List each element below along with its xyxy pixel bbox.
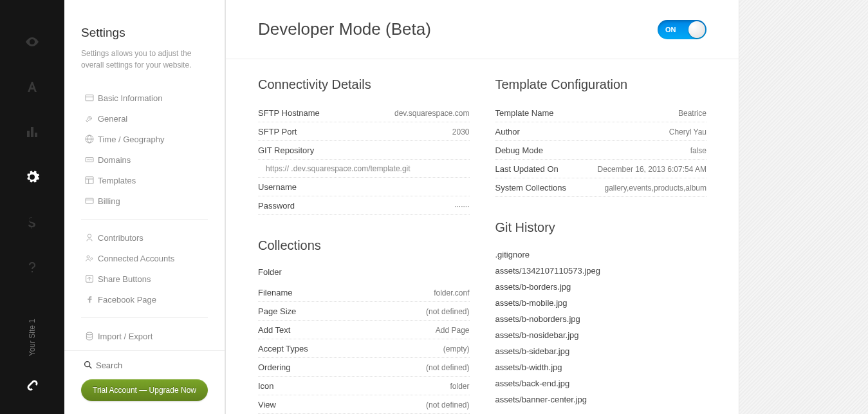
sidebar-item-label: Billing (98, 196, 120, 206)
row-view: View(not defined) (258, 395, 470, 414)
row-page-size: Page Size(not defined) (258, 302, 470, 321)
git-history-file[interactable]: assets/b-sidebar.jpg (495, 343, 707, 359)
www-icon: www (81, 155, 98, 165)
sidebar-item-label: Import / Export (98, 332, 152, 341)
sidebar-search[interactable] (64, 350, 225, 379)
rail-settings[interactable] (0, 155, 64, 200)
git-history-list: .gitignoreassets/1342107110573.jpegasset… (495, 247, 707, 408)
connectivity-title: Connectivity Details (258, 77, 470, 92)
rail-commerce[interactable] (0, 200, 64, 245)
git-history-file[interactable]: assets/b-width.jpg (495, 359, 707, 375)
sidebar-item-templates[interactable]: Templates (81, 170, 208, 191)
row-template-name: Template NameBeatrice (495, 104, 707, 122)
gear-icon (24, 169, 40, 185)
sidebar-item-label: Basic Information (98, 93, 162, 103)
share-icon (81, 274, 98, 284)
svg-point-13 (87, 256, 89, 258)
chart-bars-icon (24, 124, 40, 140)
rail-help[interactable] (0, 245, 64, 290)
svg-rect-0 (86, 95, 93, 100)
collections-title: Collections (258, 238, 470, 253)
squarespace-logo-icon (24, 377, 40, 393)
template-config-title: Template Configuration (495, 77, 707, 92)
sidebar-group-social: Contributors Connected Accounts Share Bu… (81, 223, 208, 314)
site-label[interactable]: Your Site 1 (28, 319, 37, 356)
row-sftp-port: SFTP Port 2030 (258, 122, 470, 141)
search-icon (81, 360, 96, 370)
developer-mode-toggle[interactable]: ON (658, 20, 706, 39)
row-debug-mode: Debug Modefalse (495, 141, 707, 160)
row-last-updated: Last Updated OnDecember 16, 2013 6:07:54… (495, 160, 707, 178)
sidebar-item-label: Connected Accounts (98, 254, 174, 263)
rail-style[interactable] (0, 64, 64, 109)
svg-point-17 (85, 362, 90, 367)
sidebar-item-billing[interactable]: Billing (81, 191, 208, 211)
sidebar-group-advanced: Import / Export Code Injection (81, 322, 208, 350)
toggle-knob (688, 21, 705, 38)
facebook-icon (81, 294, 98, 305)
row-sftp-hostname: SFTP Hostname dev.squarespace.com (258, 104, 470, 122)
row-author: AuthorCheryl Yau (495, 122, 707, 141)
git-history-file[interactable]: assets/b-mobile.jpg (495, 295, 707, 311)
card-icon (81, 93, 98, 103)
row-accept-types: Accept Types(empty) (258, 339, 470, 358)
sidebar-item-time-geography[interactable]: Time / Geography (81, 129, 208, 149)
sidebar-item-domains[interactable]: www Domains (81, 149, 208, 170)
eye-icon (24, 34, 40, 50)
developer-panel-header: Developer Mode (Beta) ON (226, 0, 739, 59)
row-git-repo-value: https:// .dev.squarespace.com/template.g… (258, 160, 470, 178)
rail-logo[interactable] (0, 362, 64, 408)
sidebar-description: Settings allows you to adjust the overal… (81, 40, 208, 84)
rail-preview[interactable] (0, 19, 64, 64)
git-history-file[interactable]: assets/b-nosidebar.jpg (495, 327, 707, 343)
sidebar-item-general[interactable]: General (81, 108, 208, 129)
svg-point-14 (91, 258, 93, 259)
divider (81, 317, 208, 318)
row-ordering: Ordering(not defined) (258, 358, 470, 377)
collections-section: Collections Folder Filenamefolder.conf P… (258, 238, 470, 414)
database-icon (81, 331, 98, 341)
git-history-section: Git History .gitignoreassets/13421071105… (495, 220, 707, 408)
credit-card-icon (81, 196, 98, 206)
row-system-collections: System Collectionsgallery,events,product… (495, 178, 707, 197)
svg-rect-10 (86, 198, 93, 203)
layout-icon (81, 175, 98, 185)
sidebar-item-connected-accounts[interactable]: Connected Accounts (81, 248, 208, 268)
git-history-file[interactable]: assets/banner-center.jpg (495, 391, 707, 408)
rail-analytics[interactable] (0, 109, 64, 155)
git-history-file[interactable]: assets/back-end.jpg (495, 375, 707, 391)
trial-upgrade-button[interactable]: Trial Account — Upgrade Now (81, 379, 208, 401)
row-add-text: Add TextAdd Page (258, 321, 470, 339)
row-filename: Filenamefolder.conf (258, 283, 470, 302)
right-background (739, 0, 868, 414)
row-password: Password ······· (258, 196, 470, 215)
sidebar-item-contributors[interactable]: Contributors (81, 227, 208, 248)
sidebar-group-site: Basic Information General Time / Geograp… (81, 84, 208, 215)
sidebar-item-share-buttons[interactable]: Share Buttons (81, 268, 208, 289)
svg-rect-7 (86, 177, 93, 184)
sidebar-item-basic-information[interactable]: Basic Information (81, 88, 208, 108)
main-content: Developer Mode (Beta) ON Connectivity De… (225, 0, 739, 414)
people-icon (81, 253, 98, 263)
svg-point-16 (86, 332, 92, 335)
search-input[interactable] (96, 361, 208, 370)
wrench-icon (81, 113, 98, 124)
sidebar-item-label: Time / Geography (98, 135, 165, 144)
letter-a-icon (24, 79, 40, 95)
nav-rail: Your Site 1 (0, 0, 64, 414)
developer-mode-title: Developer Mode (Beta) (258, 19, 431, 39)
sidebar-item-facebook-page[interactable]: Facebook Page (81, 289, 208, 310)
git-history-file[interactable]: assets/1342107110573.jpeg (495, 263, 707, 279)
globe-icon (81, 134, 98, 144)
row-icon: Iconfolder (258, 377, 470, 395)
git-history-file[interactable]: .gitignore (495, 247, 707, 263)
git-history-file[interactable]: assets/b-noborders.jpg (495, 311, 707, 327)
question-icon (24, 259, 40, 275)
sidebar-item-label: Domains (98, 155, 131, 165)
row-git-repo: GIT Repository (258, 141, 470, 160)
sidebar-item-label: Facebook Page (98, 295, 156, 305)
sidebar-item-label: Share Buttons (98, 274, 151, 284)
git-history-file[interactable]: assets/b-borders.jpg (495, 279, 707, 295)
sidebar-item-import-export[interactable]: Import / Export (81, 326, 208, 346)
git-history-title: Git History (495, 220, 707, 235)
